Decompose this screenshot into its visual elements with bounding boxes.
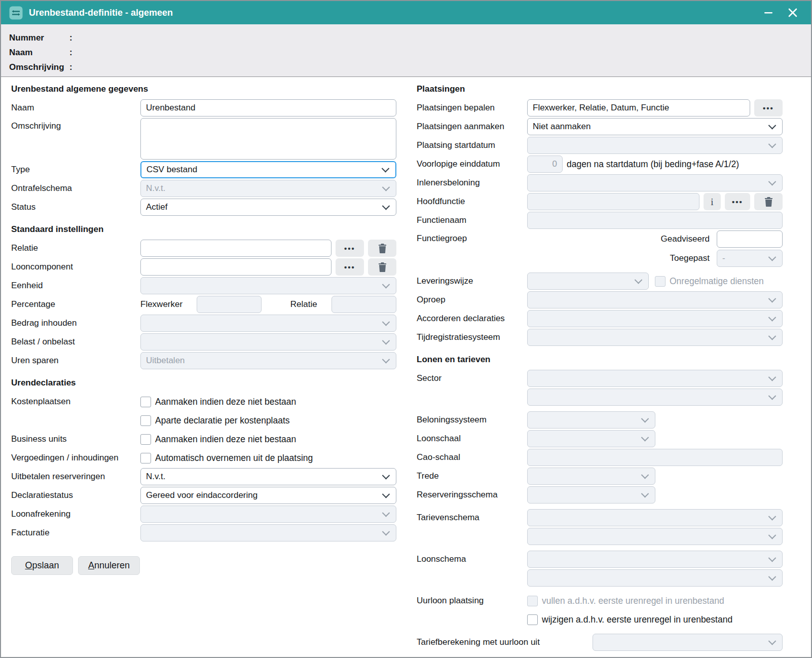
- kostenplaatsen-aanmaken-checkbox[interactable]: [140, 397, 151, 407]
- loonschema-select-2: [527, 569, 783, 587]
- hoofdfunctie-info-button[interactable]: i: [704, 193, 721, 210]
- plaatsingen-bepalen-input[interactable]: [527, 99, 750, 117]
- row-kostenplaatsen-1: Kostenplaatsen Aanmaken indien deze niet…: [11, 393, 396, 410]
- row-inlenersbeloning: Inlenersbeloning: [417, 174, 783, 191]
- business-units-aanmaken-checkbox[interactable]: [140, 434, 151, 445]
- row-cao-schaal: Cao-schaal: [417, 449, 783, 466]
- tariefberekening-select: [593, 634, 783, 651]
- percentage-relatie-input: [331, 296, 396, 313]
- chevron-down-icon: [641, 471, 649, 479]
- type-select[interactable]: CSV bestand: [140, 161, 396, 178]
- chevron-down-icon: [768, 177, 777, 185]
- ellipsis-icon: •••: [344, 245, 355, 252]
- section-standaard-instellingen: Standaard instellingen: [11, 224, 396, 235]
- chevron-down-icon: [382, 318, 390, 326]
- accorderen-declaraties-select: [527, 310, 783, 327]
- chevron-down-icon: [382, 336, 390, 344]
- row-uren-sparen: Uren sparen Uitbetalen: [11, 352, 396, 369]
- loonschema-select: [527, 551, 783, 568]
- looncomponent-lookup-button[interactable]: •••: [336, 258, 364, 276]
- row-sector-2: [417, 389, 783, 406]
- voorlopige-einddatum-input: [527, 156, 563, 173]
- ellipsis-icon: •••: [732, 198, 743, 206]
- eenheid-select: [140, 277, 396, 294]
- header-row-nummer: Nummer :: [9, 30, 811, 45]
- relatie-input[interactable]: [140, 240, 331, 257]
- row-leveringswijze: Leveringswijze Onregelmatige diensten: [417, 273, 783, 290]
- trash-icon: [378, 262, 387, 272]
- trede-select: [527, 468, 655, 485]
- aparte-declaratie-checkbox[interactable]: [140, 415, 151, 426]
- status-select[interactable]: Actief: [140, 199, 396, 216]
- plaatsing-startdatum-select: [527, 137, 783, 154]
- plaatsingen-aanmaken-select[interactable]: Niet aanmaken: [527, 118, 783, 135]
- chevron-down-icon: [382, 527, 390, 535]
- chevron-down-icon: [635, 276, 643, 284]
- row-loonschema-2: [417, 569, 783, 587]
- hoofdfunctie-clear-button[interactable]: [754, 193, 783, 210]
- trash-icon: [764, 197, 773, 207]
- row-relatie: Relatie •••: [11, 240, 396, 257]
- looncomponent-input[interactable]: [140, 258, 331, 276]
- chevron-down-icon: [768, 121, 777, 129]
- chevron-down-icon: [382, 471, 390, 479]
- percentage-flexwerker-input: [197, 296, 262, 313]
- omschrijving-textarea[interactable]: [140, 118, 396, 160]
- cancel-button[interactable]: Annuleren: [78, 556, 140, 575]
- row-percentage: Percentage Flexwerker Relatie: [11, 296, 396, 313]
- close-button[interactable]: [784, 5, 802, 20]
- plaatsingen-bepalen-lookup-button[interactable]: •••: [754, 99, 783, 117]
- omschrijving-label: Omschrijving: [9, 62, 69, 72]
- section-plaatsingen: Plaatsingen: [417, 84, 783, 94]
- relatie-lookup-button[interactable]: •••: [336, 240, 364, 257]
- row-looncomponent: Looncomponent •••: [11, 258, 396, 276]
- row-accorderen-declaraties: Accorderen declaraties: [417, 310, 783, 327]
- row-voorlopige-einddatum: Voorlopige einddatum dagen na startdatum…: [417, 156, 783, 173]
- chevron-down-icon: [641, 414, 649, 422]
- row-belast-onbelast: Belast / onbelast: [11, 333, 396, 351]
- close-icon: [788, 8, 797, 17]
- minimize-button[interactable]: [759, 5, 778, 20]
- onregelmatige-diensten-checkbox: [655, 276, 666, 287]
- chevron-down-icon: [641, 489, 649, 497]
- row-tarievenschema: Tarievenschema: [417, 509, 783, 526]
- naam-input[interactable]: [140, 99, 396, 117]
- tarievenschema-select-2: [527, 528, 783, 545]
- save-button[interactable]: Opslaan: [11, 556, 73, 575]
- row-status: Status Actief: [11, 199, 396, 216]
- row-tarievenschema-2: [417, 528, 783, 545]
- uitbetalen-reserveringen-select[interactable]: N.v.t.: [140, 468, 396, 485]
- row-loonafrekening: Loonafrekening: [11, 506, 396, 523]
- chevron-down-icon: [382, 202, 390, 210]
- right-column: Plaatsingen Plaatsingen bepalen ••• Plaa…: [417, 81, 783, 652]
- declaratiestatus-select[interactable]: Gereed voor eindaccordering: [140, 487, 396, 504]
- row-plaatsing-startdatum: Plaatsing startdatum: [417, 137, 783, 154]
- row-business-units: Business units Aanmaken indien deze niet…: [11, 431, 396, 448]
- chevron-down-icon: [382, 355, 390, 363]
- chevron-down-icon: [768, 512, 777, 520]
- row-functienaam: Functienaam: [417, 212, 783, 229]
- looncomponent-clear-button[interactable]: [368, 258, 396, 276]
- row-facturatie: Facturatie: [11, 524, 396, 541]
- loonafrekening-select: [140, 506, 396, 523]
- relatie-clear-button[interactable]: [368, 240, 396, 257]
- row-uurloon-plaatsing-1: Uurloon plaatsing vullen a.d.h.v. eerste…: [417, 592, 783, 609]
- row-uurloon-plaatsing-2: wijzigen a.d.h.v. eerste urenregel in ur…: [417, 611, 783, 628]
- row-oproep: Oproep: [417, 291, 783, 308]
- minimize-icon: [763, 8, 773, 18]
- row-plaatsingen-bepalen: Plaatsingen bepalen •••: [417, 99, 783, 117]
- vergoedingen-overnemen-checkbox[interactable]: [140, 453, 151, 463]
- chevron-down-icon: [382, 280, 390, 288]
- chevron-down-icon: [768, 332, 777, 340]
- beloningssysteem-select: [527, 411, 655, 429]
- left-column: Urenbestand algemene gegevens Naam Omsch…: [11, 81, 396, 652]
- uurloon-wijzigen-checkbox[interactable]: [527, 614, 538, 625]
- hoofdfunctie-lookup-button[interactable]: •••: [725, 193, 750, 210]
- row-bedrag-inhouden: Bedrag inhouden: [11, 315, 396, 332]
- section-urenbestand-algemene-gegevens: Urenbestand algemene gegevens: [11, 84, 396, 94]
- chevron-down-icon: [768, 554, 777, 562]
- functiegroep-geadviseerd-input[interactable]: [717, 230, 783, 248]
- belast-onbelast-select: [140, 333, 396, 351]
- row-vergoedingen: Vergoedingen / inhoudingen Automatisch o…: [11, 449, 396, 467]
- uurloon-vullen-checkbox: [527, 596, 538, 606]
